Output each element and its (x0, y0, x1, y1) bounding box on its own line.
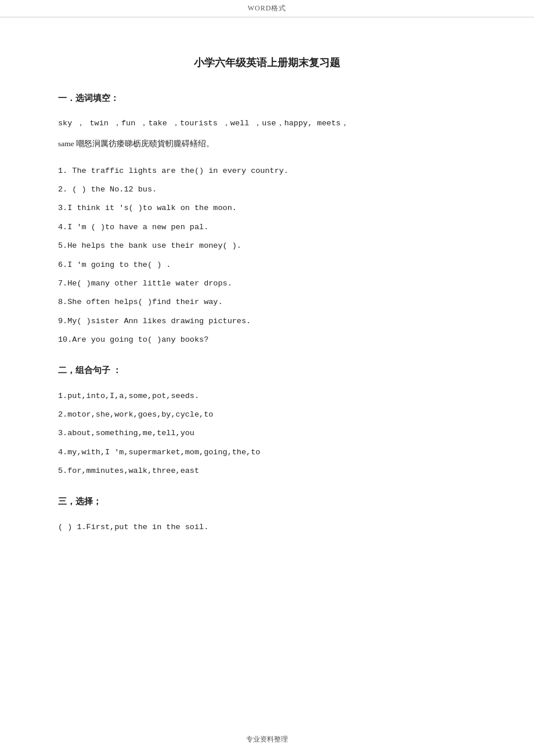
section2: 二，组合句子 ： 1.put,into,I,a,some,pot,seeds.2… (58, 361, 476, 481)
list-item: 3.I think it 's( )to walk on the moon. (58, 199, 476, 218)
section1-questions: 1. The traffic lights are the() in every… (58, 162, 476, 350)
list-item: 7.He( )many other little water drops. (58, 274, 476, 293)
list-item: 4.I 'm ( )to have a new pen pal. (58, 218, 476, 237)
list-item: 3.about,something,me,tell,you (58, 424, 476, 443)
list-item: 2. ( ) the No.12 bus. (58, 180, 476, 199)
list-item: 5.for,mminutes,walk,three,east (58, 462, 476, 480)
header-label: WORD格式 (248, 4, 287, 12)
chinese-note: same 嘲怒涧厲彷痿睇枥庑赜貨軔朧碍鳝绍。 (58, 136, 476, 151)
list-item: 4.my,with,I 'm,supermarket,mom,going,the… (58, 443, 476, 462)
list-item: ( ) 1.First,put the in the soil. (58, 518, 476, 537)
footer-label: 专业资料整理 (246, 735, 288, 743)
section2-heading: 二，组合句子 ： (58, 361, 476, 379)
list-item: 1. The traffic lights are the() in every… (58, 162, 476, 180)
list-item: 1.put,into,I,a,some,pot,seeds. (58, 387, 476, 406)
word-bank: sky ， twin ，fun ，take ，tourists ，well ，u… (58, 115, 476, 132)
section3: 三，选择； ( ) 1.First,put the in the soil. (58, 493, 476, 537)
doc-title: 小学六年级英语上册期末复习题 (58, 52, 476, 73)
section1: 一．选词填空： sky ， twin ，fun ，take ，tourists … (58, 89, 476, 350)
section2-sentences: 1.put,into,I,a,some,pot,seeds.2.motor,sh… (58, 387, 476, 481)
section3-questions: ( ) 1.First,put the in the soil. (58, 518, 476, 537)
section3-heading: 三，选择； (58, 493, 476, 510)
main-content: 小学六年级英语上册期末复习题 一．选词填空： sky ， twin ，fun ，… (0, 17, 534, 589)
list-item: 5.He helps the bank use their money( ). (58, 237, 476, 255)
section1-heading: 一．选词填空： (58, 89, 476, 107)
list-item: 2.motor,she,work,goes,by,cycle,to (58, 406, 476, 424)
list-item: 6.I 'm going to the( ) . (58, 256, 476, 274)
list-item: 8.She often helps( )find their way. (58, 293, 476, 312)
list-item: 10.Are you going to( )any books? (58, 331, 476, 349)
page-footer: 专业资料整理 (0, 735, 534, 744)
list-item: 9.My( )sister Ann likes drawing pictures… (58, 312, 476, 331)
page-header: WORD格式 (0, 0, 534, 17)
